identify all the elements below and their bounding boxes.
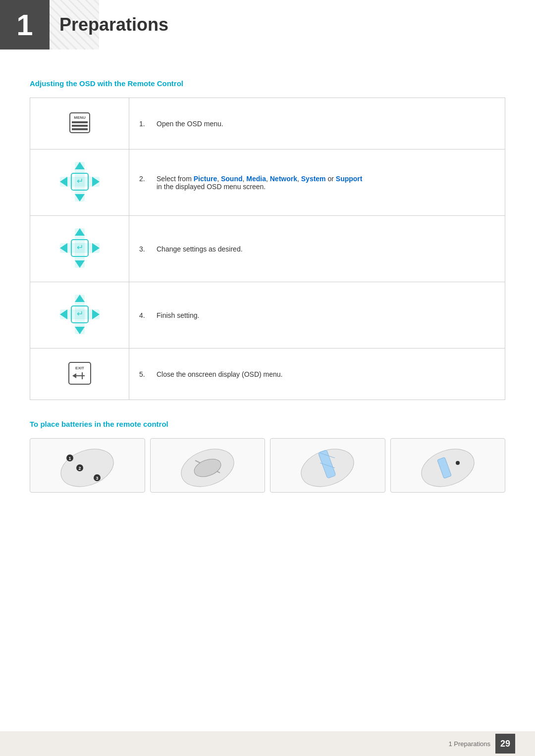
icon-cell-dpad2: ↵ bbox=[30, 216, 129, 282]
battery-image-1: 1 2 3 bbox=[30, 438, 145, 493]
chapter-header: 1 Preparations bbox=[0, 0, 535, 50]
table-row: ↵ 3. Change settings as desired. bbox=[30, 216, 505, 282]
svg-rect-3 bbox=[72, 125, 88, 127]
section1-title: Adjusting the OSD with the Remote Contro… bbox=[30, 79, 505, 88]
svg-text:2: 2 bbox=[79, 466, 81, 471]
text-cell-step1: 1. Open the OSD menu. bbox=[129, 98, 505, 150]
chapter-number: 1 bbox=[0, 0, 50, 50]
svg-text:MENU: MENU bbox=[74, 115, 86, 120]
table-row: ↵ 2. Select from Picture, Sound, Media, … bbox=[30, 150, 505, 216]
main-content: Adjusting the OSD with the Remote Contro… bbox=[0, 69, 535, 522]
battery-image-4 bbox=[390, 438, 506, 493]
dpad-icon-2: ↵ bbox=[57, 226, 102, 270]
battery-image-2 bbox=[150, 438, 266, 493]
icon-cell-dpad3: ↵ bbox=[30, 282, 129, 349]
chapter-title: Preparations bbox=[59, 14, 168, 35]
text-cell-step3: 3. Change settings as desired. bbox=[129, 216, 505, 282]
page-footer: 1 Preparations 29 bbox=[0, 731, 535, 756]
svg-rect-2 bbox=[72, 121, 88, 123]
osd-steps-table: MENU 1. Open the OSD menu. bbox=[30, 98, 505, 400]
svg-rect-12 bbox=[60, 177, 100, 187]
battery-section: To place batteries in the remote control… bbox=[30, 420, 505, 493]
text-cell-step4: 4. Finish setting. bbox=[129, 282, 505, 349]
table-row: MENU 1. Open the OSD menu. bbox=[30, 98, 505, 150]
table-row: ↵ 4. Finish setting. bbox=[30, 282, 505, 349]
svg-point-34 bbox=[56, 442, 119, 490]
text-cell-step2: 2. Select from Picture, Sound, Media, Ne… bbox=[129, 150, 505, 216]
svg-marker-32 bbox=[72, 373, 76, 378]
icon-cell-exit: EXIT bbox=[30, 349, 129, 400]
exit-button-icon: EXIT bbox=[65, 358, 95, 388]
svg-rect-20 bbox=[60, 243, 100, 253]
footer-chapter-label: 1 Preparations bbox=[448, 740, 490, 748]
svg-rect-4 bbox=[72, 128, 88, 130]
table-row: EXIT 5. Close the onscreen display (OSD)… bbox=[30, 349, 505, 400]
svg-point-50 bbox=[456, 461, 460, 465]
svg-rect-28 bbox=[60, 309, 100, 319]
icon-cell-menu: MENU bbox=[30, 98, 129, 150]
dpad-icon-3: ↵ bbox=[57, 292, 102, 337]
battery-image-3 bbox=[270, 438, 385, 493]
svg-text:EXIT: EXIT bbox=[75, 366, 84, 370]
battery-images-row: 1 2 3 bbox=[30, 438, 505, 493]
menu-button-icon: MENU bbox=[65, 108, 95, 138]
icon-cell-dpad1: ↵ bbox=[30, 150, 129, 216]
dpad-icon-1: ↵ bbox=[57, 159, 102, 204]
svg-text:1: 1 bbox=[69, 456, 71, 461]
text-cell-step5: 5. Close the onscreen display (OSD) menu… bbox=[129, 349, 505, 400]
section2-title: To place batteries in the remote control bbox=[30, 420, 505, 428]
svg-text:3: 3 bbox=[96, 476, 99, 481]
footer-page-number: 29 bbox=[495, 734, 515, 754]
chapter-title-box: Preparations bbox=[50, 0, 168, 50]
